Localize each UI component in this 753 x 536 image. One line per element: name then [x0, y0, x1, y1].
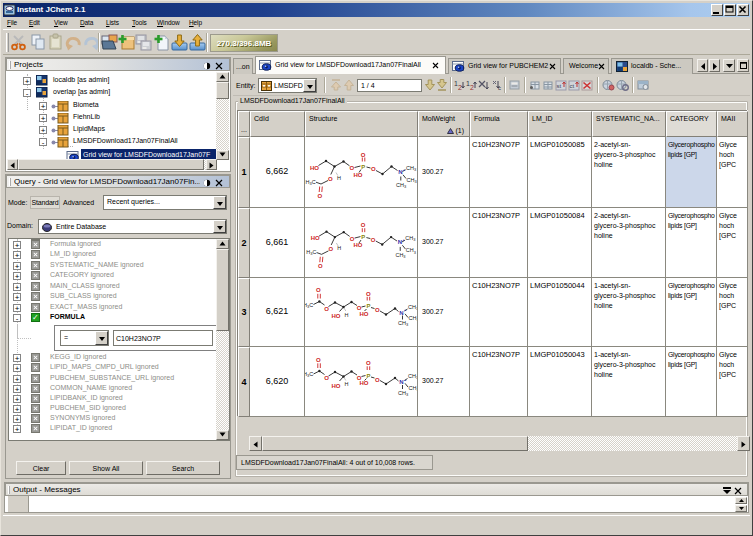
- svg-text:CH3: CH3: [409, 315, 418, 322]
- svg-text:N: N: [398, 169, 402, 175]
- svg-text:CH3: CH3: [408, 304, 417, 311]
- svg-text:O: O: [361, 152, 366, 158]
- svg-text:CH3: CH3: [407, 177, 418, 184]
- svg-text:ct: ct: [570, 83, 575, 89]
- svg-text:c: c: [498, 85, 501, 91]
- svg-text:H3C: H3C: [306, 179, 316, 186]
- svg-text:CH3: CH3: [398, 320, 409, 327]
- svg-text:HO: HO: [360, 311, 369, 317]
- svg-text:CH3: CH3: [396, 182, 407, 189]
- svg-text:O: O: [350, 165, 355, 171]
- svg-text:O: O: [366, 291, 371, 297]
- svg-text:O: O: [324, 306, 329, 312]
- svg-text:HO: HO: [332, 313, 341, 319]
- svg-text:P: P: [361, 164, 365, 170]
- svg-text:H: H: [345, 312, 349, 318]
- svg-text:O: O: [371, 166, 376, 172]
- svg-text:st: st: [557, 83, 562, 89]
- svg-text:P: P: [367, 303, 371, 309]
- svg-text:H: H: [337, 175, 341, 181]
- svg-text:HO: HO: [354, 172, 363, 178]
- svg-text:2: 2: [470, 84, 474, 91]
- svg-text:CH3: CH3: [406, 165, 417, 172]
- svg-text:O: O: [328, 176, 333, 182]
- svg-text:O: O: [318, 193, 323, 199]
- svg-text:H3C: H3C: [305, 302, 313, 309]
- svg-text:HO: HO: [310, 165, 319, 171]
- svg-text:2: 2: [458, 84, 462, 91]
- svg-text:N: N: [399, 310, 403, 316]
- svg-text:O: O: [375, 307, 380, 313]
- svg-text:O: O: [316, 287, 321, 293]
